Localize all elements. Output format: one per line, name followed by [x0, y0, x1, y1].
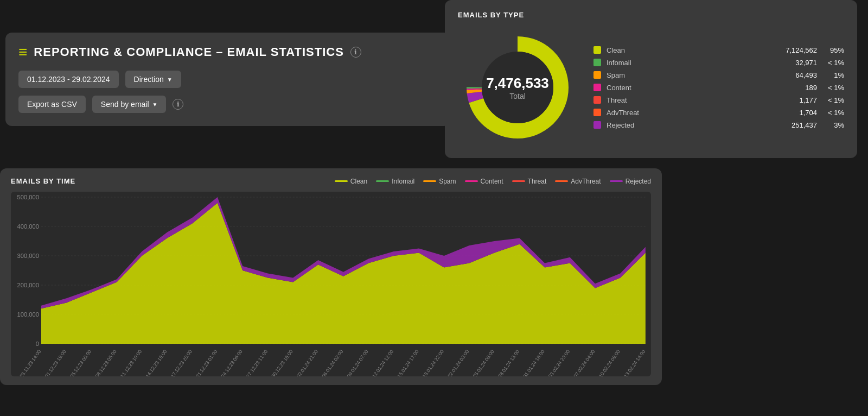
emails-by-type-panel: EMAILS BY TYPE 7,476,533 — [445, 0, 857, 158]
svg-text:03.02.24 23:00: 03.02.24 23:00 — [547, 349, 571, 376]
time-legend-color — [555, 180, 568, 182]
legend-color-swatch — [593, 109, 601, 116]
svg-text:09.01.24 07:00: 09.01.24 07:00 — [346, 349, 369, 376]
time-legend-color — [335, 180, 348, 182]
time-legend-label: Threat — [528, 178, 547, 185]
legend-item-pct: < 1% — [822, 84, 844, 92]
header-panel: ≡ REPORTING & COMPLIANCE – EMAIL STATIST… — [5, 33, 450, 126]
time-legend-color — [610, 180, 623, 182]
donut-legend-row: 7,476,533 Total Clean 7,124,562 95% Info… — [458, 28, 844, 147]
time-legend-item: Rejected — [610, 178, 651, 185]
legend-item-count: 1,177 — [774, 96, 817, 104]
title-info-icon[interactable]: ℹ — [350, 47, 361, 58]
svg-text:400,000: 400,000 — [17, 223, 39, 230]
svg-text:0: 0 — [36, 341, 39, 347]
time-legend-label: Spam — [439, 178, 456, 185]
legend-item: Clean 7,124,562 95% — [593, 46, 844, 54]
legend-color-swatch — [593, 59, 601, 66]
legend-item-name: Infomail — [607, 59, 768, 67]
svg-text:22.01.24 03:00: 22.01.24 03:00 — [446, 349, 470, 376]
donut-total: 7,476,533 — [486, 75, 549, 92]
legend-item-pct: < 1% — [822, 96, 844, 104]
svg-text:200,000: 200,000 — [17, 282, 39, 288]
send-email-button[interactable]: Send by email — [92, 96, 167, 113]
emails-by-time-panel: EMAILS BY TIME Clean Infomail Spam Conte… — [0, 168, 662, 385]
legend-item-count: 64,493 — [774, 71, 817, 79]
svg-text:18.01.24 22:00: 18.01.24 22:00 — [422, 349, 445, 376]
page-title: REPORTING & COMPLIANCE – EMAIL STATISTIC… — [34, 45, 343, 59]
emails-by-type-title: EMAILS BY TYPE — [458, 11, 844, 19]
svg-text:30.12.23 16:00: 30.12.23 16:00 — [270, 349, 293, 376]
svg-text:05.12.23 00:00: 05.12.23 00:00 — [69, 349, 92, 376]
time-panel-header: EMAILS BY TIME Clean Infomail Spam Conte… — [11, 177, 651, 185]
legend-item-pct: 95% — [822, 46, 844, 54]
time-chart-legend: Clean Infomail Spam Content Threat AdvTh… — [335, 178, 651, 185]
time-legend-item: Infomail — [376, 178, 414, 185]
donut-chart: 7,476,533 Total — [458, 28, 577, 147]
legend-item-name: Content — [607, 84, 768, 92]
legend-item-pct: < 1% — [822, 59, 844, 67]
svg-text:500,000: 500,000 — [17, 194, 39, 200]
legend-item: Threat 1,177 < 1% — [593, 96, 844, 104]
legend-item-pct: 3% — [822, 121, 844, 129]
legend-item: Infomail 32,971 < 1% — [593, 59, 844, 67]
time-legend-color — [512, 180, 525, 182]
svg-text:100,000: 100,000 — [17, 311, 39, 318]
legend-color-swatch — [593, 84, 601, 91]
export-csv-button[interactable]: Export as CSV — [18, 96, 86, 113]
svg-text:24.12.23 06:00: 24.12.23 06:00 — [220, 349, 244, 376]
legend-item: AdvThreat 1,704 < 1% — [593, 109, 844, 117]
emails-by-time-title: EMAILS BY TIME — [11, 177, 75, 185]
legend-color-swatch — [593, 96, 601, 104]
svg-text:25.01.24 08:00: 25.01.24 08:00 — [472, 349, 495, 376]
time-legend-item: Spam — [423, 178, 456, 185]
svg-text:28.01.24 13:00: 28.01.24 13:00 — [497, 349, 520, 376]
logo-icon: ≡ — [18, 43, 27, 61]
direction-button[interactable]: Direction — [125, 71, 181, 88]
svg-text:10.02.24 09:00: 10.02.24 09:00 — [598, 349, 621, 376]
time-legend-color — [423, 180, 436, 182]
svg-text:15.01.24 17:00: 15.01.24 17:00 — [397, 349, 420, 376]
donut-label: Total — [486, 92, 549, 100]
time-legend-color — [376, 180, 389, 182]
svg-text:300,000: 300,000 — [17, 253, 39, 259]
time-legend-color — [465, 180, 478, 182]
controls-row: 01.12.2023 - 29.02.2024 Direction — [18, 71, 437, 88]
legend-item-count: 1,704 — [774, 109, 817, 117]
svg-text:21.12.23 01:00: 21.12.23 01:00 — [195, 349, 218, 376]
time-legend-label: Infomail — [392, 178, 414, 185]
svg-text:11.12.23 10:00: 11.12.23 10:00 — [119, 349, 143, 376]
legend-item-pct: < 1% — [822, 109, 844, 117]
legend-item: Content 189 < 1% — [593, 84, 844, 92]
legend-color-swatch — [593, 121, 601, 129]
svg-text:28.11.23 14:00: 28.11.23 14:00 — [18, 349, 42, 376]
legend-item-name: Threat — [607, 96, 768, 104]
legend-item-name: AdvThreat — [607, 109, 768, 117]
time-legend-label: Rejected — [626, 178, 651, 185]
svg-text:08.12.23 05:00: 08.12.23 05:00 — [94, 349, 118, 376]
svg-text:14.12.23 15:00: 14.12.23 15:00 — [144, 349, 168, 376]
emails-type-legend: Clean 7,124,562 95% Infomail 32,971 < 1%… — [593, 46, 844, 129]
legend-color-swatch — [593, 46, 601, 54]
legend-item-count: 251,437 — [774, 121, 817, 129]
legend-item-count: 7,124,562 — [774, 46, 817, 54]
legend-item-pct: 1% — [822, 71, 844, 79]
actions-row: Export as CSV Send by email ℹ — [18, 96, 437, 113]
time-legend-item: AdvThreat — [555, 178, 601, 185]
time-chart-area: 0100,000200,000300,000400,000500,00028.1… — [11, 192, 651, 376]
svg-text:06.01.24 02:00: 06.01.24 02:00 — [321, 349, 344, 376]
header-title-row: ≡ REPORTING & COMPLIANCE – EMAIL STATIST… — [18, 43, 437, 61]
time-legend-item: Clean — [335, 178, 367, 185]
time-legend-label: AdvThreat — [571, 178, 601, 185]
time-legend-label: Content — [481, 178, 503, 185]
svg-text:17.12.23 20:00: 17.12.23 20:00 — [170, 349, 193, 376]
legend-item-name: Rejected — [607, 121, 768, 129]
svg-text:07.02.24 04:00: 07.02.24 04:00 — [572, 349, 596, 376]
date-range-button[interactable]: 01.12.2023 - 29.02.2024 — [18, 71, 119, 88]
donut-center: 7,476,533 Total — [486, 75, 549, 100]
legend-color-swatch — [593, 71, 601, 79]
legend-item-count: 189 — [774, 84, 817, 92]
legend-item-name: Clean — [607, 46, 768, 54]
svg-text:12.01.24 12:00: 12.01.24 12:00 — [371, 349, 394, 376]
actions-info-icon[interactable]: ℹ — [173, 99, 183, 110]
